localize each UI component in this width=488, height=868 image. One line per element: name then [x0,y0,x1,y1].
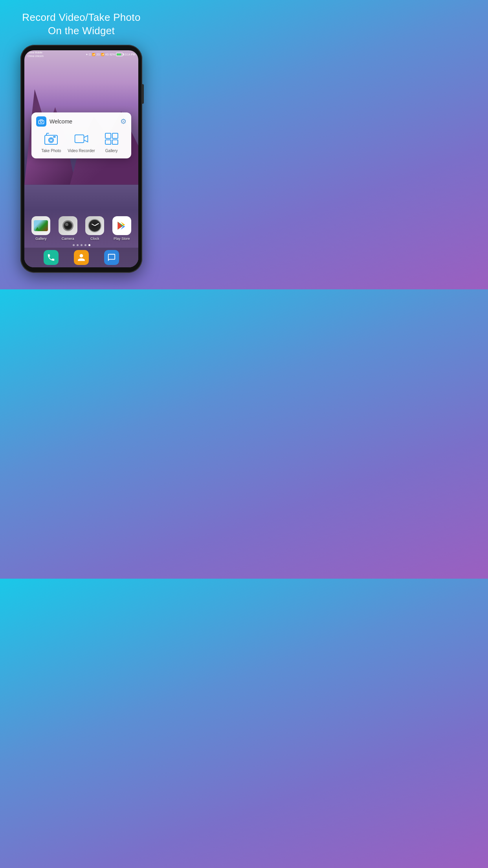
svg-rect-9 [112,140,117,144]
header-text: Record Video/Take Photo On the Widget [10,0,152,45]
svg-rect-7 [112,133,117,138]
widget-settings-icon[interactable]: ⚙ [120,117,127,126]
svg-point-0 [40,120,42,122]
svg-rect-8 [105,140,111,144]
take-photo-action[interactable]: Take Photo [36,131,66,153]
dock-messages[interactable] [104,250,119,265]
svg-rect-6 [105,133,111,138]
app-playstore-label: Play Store [114,237,130,241]
phone-mockup: China Mobile China Unicom ✦ ⊡ 📶 2G 📶 4G … [20,45,142,273]
svg-rect-4 [54,136,55,137]
app-clock[interactable]: Clock [83,216,106,241]
page-dots [24,244,138,246]
app-playstore[interactable]: Play Store [110,216,134,241]
widget-title: Welcome [50,118,72,125]
svg-rect-5 [75,135,84,143]
dock-phone[interactable] [44,250,59,265]
take-photo-label: Take Photo [41,149,61,153]
app-camera-label: Camera [62,237,74,241]
app-clock-label: Clock [90,237,99,241]
camera-widget: Welcome ⚙ Take Pho [31,112,131,158]
battery-indicator [116,53,124,56]
app-camera[interactable]: Camera [56,216,80,241]
video-recorder-action[interactable]: Video Recorder [66,131,97,153]
dock [24,248,138,267]
dock-contacts[interactable] [74,250,89,265]
phone-screen: China Mobile China Unicom ✦ ⊡ 📶 2G 📶 4G … [24,50,138,267]
status-bar: China Mobile China Unicom ✦ ⊡ 📶 2G 📶 4G … [24,50,138,59]
widget-app-icon [36,116,46,127]
app-row: Gallery Camera Clock [24,216,138,241]
svg-point-3 [50,139,53,142]
video-recorder-label: Video Recorder [68,149,95,153]
app-gallery[interactable]: Gallery [29,216,53,241]
gallery-label: Gallery [105,149,118,153]
app-gallery-label: Gallery [35,237,47,241]
gallery-action[interactable]: Gallery [96,131,127,153]
